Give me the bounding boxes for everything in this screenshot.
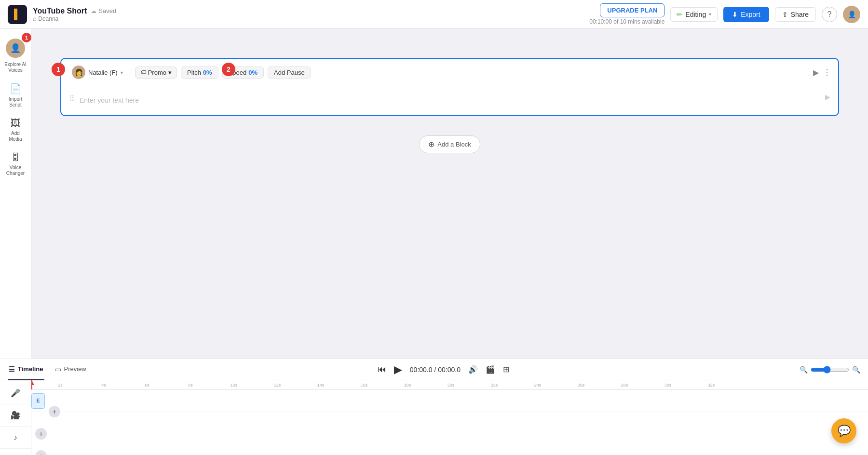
music-track-control: ♪: [0, 427, 31, 449]
sidebar-item-explore-ai-voices[interactable]: 👤 1 Explore AI Voices: [1, 35, 29, 77]
tab-timeline-label: Timeline: [18, 365, 43, 373]
voice-name: Natalie (F): [88, 69, 118, 76]
tick-24s: 24s: [534, 383, 542, 388]
volume-button[interactable]: 🔊: [468, 365, 478, 374]
script-block: 👩 Natalie (F) ▾ 🏷 Promo ▾ Pitch 0%: [60, 58, 839, 116]
upgrade-button[interactable]: UPGRADE PLAN: [600, 3, 665, 17]
speed-value: 0%: [248, 69, 258, 76]
chevron-down-icon: ▾: [709, 12, 711, 17]
block-play-button[interactable]: ▶: [813, 68, 819, 77]
voice-changer-icon: 🎛: [11, 152, 20, 163]
tick-4s: 4s: [101, 383, 106, 388]
add-pause-button[interactable]: Add Pause: [268, 67, 311, 79]
voice-selector[interactable]: 👩 Natalie (F) ▾: [68, 64, 127, 81]
chat-fab-button[interactable]: 💬: [831, 418, 856, 443]
tick-22s: 22s: [491, 383, 498, 388]
playhead[interactable]: [31, 380, 32, 389]
zoom-controls: 🔍 🔍: [800, 366, 860, 374]
sidebar: 👤 1 Explore AI Voices 📄 Import Script 🖼 …: [0, 29, 31, 359]
media-settings-button[interactable]: 🎬: [486, 365, 495, 374]
preview-icon: ▭: [55, 365, 61, 373]
project-title-text: YouTube Short: [33, 7, 87, 15]
zoom-search-button[interactable]: 🔍: [800, 366, 808, 374]
export-button[interactable]: ⬇ Export: [723, 7, 769, 22]
download-icon: ⬇: [732, 11, 738, 18]
breadcrumb-name: Deanna: [38, 15, 58, 22]
add-media-icon: 🖼: [11, 118, 20, 129]
help-button[interactable]: ?: [822, 7, 837, 22]
time-info: UPGRADE PLAN 00:10:00 of 10 mins availab…: [589, 3, 665, 25]
tick-2s: 2s: [58, 383, 63, 388]
timeline-content: 2s 4s 6s 8s 10s 12s 14s 16s 18s 20s 22s …: [31, 380, 868, 455]
pitch-label: Pitch: [187, 69, 201, 76]
tab-preview[interactable]: ▭ Preview: [54, 359, 87, 380]
share-icon: ⇧: [782, 11, 788, 18]
share-label: Share: [791, 11, 809, 18]
saved-badge: ☁ Saved: [91, 7, 116, 14]
block-more-button[interactable]: ⋮: [823, 67, 831, 78]
editing-label: Editing: [685, 11, 706, 18]
tick-10s: 10s: [231, 383, 238, 388]
sidebar-item-voice-changer[interactable]: 🎛 Voice Changer: [1, 148, 29, 180]
audio-segment[interactable]: E: [31, 393, 45, 409]
time-counter: 00:00.0 / 00:00.0: [410, 366, 461, 374]
video-track-row: +: [31, 412, 868, 434]
tab-preview-label: Preview: [64, 365, 86, 373]
sidebar-item-add-media[interactable]: 🖼 Add Media: [1, 114, 29, 146]
timeline-area: 🎤 🎥 ♪ 2s 4s 6s 8s 10s 12s 14s 16s 18s 20…: [0, 380, 868, 455]
add-pause-label: Add Pause: [274, 69, 305, 76]
zoom-slider[interactable]: [811, 366, 849, 374]
time-total: 00:00.0: [438, 366, 461, 374]
tick-30s: 30s: [665, 383, 672, 388]
tick-6s: 6s: [145, 383, 149, 388]
tick-16s: 16s: [361, 383, 368, 388]
script-content: ⠿ Enter your text here ▶: [61, 86, 838, 115]
bottom-panel: ☰ Timeline ▭ Preview ⏮ ▶ 00:00.0 / 00:00…: [0, 359, 868, 455]
app-logo: ▌: [8, 5, 27, 24]
pitch-button[interactable]: Pitch 0%: [181, 67, 218, 79]
step-badge-2: 2: [222, 63, 235, 76]
explore-ai-voices-avatar: 👤: [6, 39, 25, 58]
editing-button[interactable]: ✏ Editing ▾: [670, 7, 718, 22]
cloud-icon: ☁: [91, 8, 96, 14]
tick-26s: 26s: [578, 383, 585, 388]
tick-12s: 12s: [274, 383, 281, 388]
play-pause-button[interactable]: ▶: [394, 363, 402, 376]
share-button[interactable]: ⇧ Share: [775, 7, 816, 22]
skip-back-button[interactable]: ⏮: [378, 364, 386, 375]
saved-label: Saved: [98, 7, 116, 14]
script-block-toolbar: 👩 Natalie (F) ▾ 🏷 Promo ▾ Pitch 0%: [61, 59, 838, 86]
music-track-row: +: [31, 434, 868, 455]
logo-icon: ▌: [14, 9, 21, 20]
sidebar-label-voice-changer: Voice Changer: [4, 165, 27, 176]
inline-play-button[interactable]: ▶: [825, 93, 830, 101]
content-area: 1 2 👩 Natalie (F) ▾ 🏷 Promo ▾: [31, 29, 868, 359]
pitch-value: 0%: [203, 69, 212, 76]
video-track-control: 🎥: [0, 404, 31, 427]
style-chevron-icon: ▾: [168, 69, 172, 76]
tab-timeline[interactable]: ☰ Timeline: [8, 359, 44, 380]
style-button[interactable]: 🏷 Promo ▾: [135, 67, 177, 79]
notification-badge: 1: [22, 33, 31, 42]
time-current: 00:00.0: [410, 366, 433, 374]
tick-20s: 20s: [448, 383, 455, 388]
playback-controls: ⏮ ▶ 00:00.0 / 00:00.0 🔊 🎬 ⊞: [378, 363, 509, 376]
captions-button[interactable]: ⊞: [503, 365, 509, 374]
script-text-input[interactable]: Enter your text here: [80, 93, 816, 107]
timeline-ruler: 2s 4s 6s 8s 10s 12s 14s 16s 18s 20s 22s …: [31, 380, 868, 390]
text-placeholder: Enter your text here: [80, 96, 139, 104]
sidebar-label-media: Add Media: [4, 131, 27, 142]
tick-18s: 18s: [404, 383, 411, 388]
sidebar-item-import-script[interactable]: 📄 Import Script: [1, 79, 29, 112]
main-container: 👤 1 Explore AI Voices 📄 Import Script 🖼 …: [0, 29, 868, 359]
zoom-out-button[interactable]: 🔍: [852, 366, 860, 374]
add-block-button[interactable]: ⊕ Add a Block: [419, 135, 480, 153]
user-avatar[interactable]: 👤: [843, 6, 860, 23]
timeline-tracks-area: E + + +: [31, 390, 868, 455]
bottom-tabs: ☰ Timeline ▭ Preview ⏮ ▶ 00:00.0 / 00:00…: [0, 359, 868, 380]
add-block-label: Add a Block: [437, 141, 471, 148]
tick-14s: 14s: [317, 383, 325, 388]
add-music-track-button[interactable]: +: [35, 450, 47, 455]
voice-chevron-icon: ▾: [121, 70, 123, 75]
import-script-icon: 📄: [10, 83, 22, 94]
